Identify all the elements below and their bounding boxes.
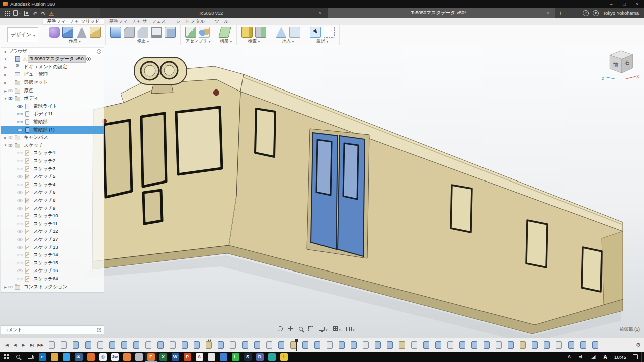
browser-tree-row[interactable]: スケッチ5 <box>1 173 104 181</box>
section-analysis-icon[interactable] <box>255 27 266 38</box>
taskbar-app-icon[interactable] <box>217 352 229 362</box>
timeline-feature-icon[interactable] <box>471 341 477 349</box>
browser-tree-row[interactable]: スケッチ1 <box>1 149 104 157</box>
modify-group-label[interactable]: 修正 <box>110 38 176 44</box>
taskbar-app-icon[interactable]: F <box>145 352 157 362</box>
expand-arrow-icon[interactable] <box>3 285 8 289</box>
expand-arrow-icon[interactable] <box>3 73 8 76</box>
shell-icon[interactable] <box>151 27 162 38</box>
visibility-eye-icon[interactable] <box>17 214 23 219</box>
volume-button[interactable] <box>575 352 587 362</box>
timeline-feature-icon[interactable] <box>254 341 260 349</box>
file-menu-icon[interactable] <box>13 10 18 16</box>
browser-tree-row[interactable]: スケッチ13 <box>1 243 104 251</box>
assemble-group-label[interactable]: アセンブリ <box>185 38 210 44</box>
taskbar-app-icon[interactable]: S <box>242 352 254 362</box>
browser-options-icon[interactable] <box>97 49 101 54</box>
browser-tree-row[interactable]: 原点 <box>1 86 104 95</box>
timeline-position-marker[interactable] <box>296 339 297 351</box>
taskbar-app-icon[interactable] <box>205 352 217 362</box>
timeline-feature-icon[interactable] <box>157 341 164 349</box>
visibility-eye-icon[interactable] <box>17 190 23 195</box>
decal-icon[interactable] <box>289 27 300 38</box>
visibility-eye-icon[interactable] <box>17 237 23 242</box>
extrude-icon[interactable] <box>62 27 73 38</box>
browser-tree-row[interactable]: スケッチ11 <box>1 220 104 228</box>
combine-icon[interactable] <box>165 27 176 38</box>
visibility-eye-icon[interactable] <box>17 221 23 226</box>
show-desktop-button[interactable] <box>641 352 644 362</box>
browser-tree-row[interactable]: コンストラクション <box>1 283 104 291</box>
search-button[interactable] <box>12 352 24 362</box>
browser-tree-row[interactable]: ボディ <box>1 95 104 103</box>
side-window-2[interactable] <box>526 220 547 267</box>
visibility-eye-icon[interactable] <box>17 268 23 274</box>
create-group-label[interactable]: 作成 <box>49 38 101 44</box>
help-icon[interactable] <box>583 10 589 16</box>
timeline-feature-icon[interactable] <box>327 341 333 349</box>
taskbar-app-icon[interactable] <box>133 352 145 362</box>
measure-icon[interactable] <box>242 27 253 38</box>
action-center-button[interactable] <box>629 352 641 362</box>
browser-tree-row[interactable]: 前頭部 (1) <box>1 126 104 134</box>
timeline-step-back-button[interactable] <box>11 343 19 347</box>
browser-tree-row[interactable]: スケッチ6 <box>1 189 104 197</box>
browser-tree-row[interactable]: ボディ11 <box>1 110 104 118</box>
browser-tree-row[interactable]: 電球ライト <box>1 103 104 111</box>
ribbon-tab[interactable]: 基準フィーチャ サーフェス <box>104 18 171 25</box>
timeline-feature-icon[interactable] <box>339 341 345 349</box>
cab-side-window[interactable] <box>255 109 275 157</box>
timeline-feature-icon[interactable] <box>170 341 176 349</box>
browser-tree-row[interactable]: スケッチ16 <box>1 267 104 275</box>
visibility-eye-icon[interactable] <box>17 276 23 281</box>
grid-settings-icon[interactable] <box>333 324 341 333</box>
taskbar-app-icon[interactable]: W <box>169 352 181 362</box>
browser-tree-row[interactable]: スケッチ27 <box>1 236 104 244</box>
browser-tree-row[interactable]: キャンバス <box>1 134 104 142</box>
timeline-feature-icon[interactable] <box>121 341 127 349</box>
browser-tree-row[interactable]: スケッチ <box>1 142 104 150</box>
orbit-icon[interactable] <box>278 326 283 331</box>
construct-group-label[interactable]: 構築 <box>220 38 232 44</box>
browser-tree-row[interactable]: スケッチ64 <box>1 275 104 283</box>
taskbar-app-icon[interactable]: e <box>36 352 48 362</box>
taskbar-app-icon[interactable]: L <box>229 352 242 362</box>
timeline-feature-icon[interactable] <box>520 341 526 349</box>
timeline-feature-icon[interactable] <box>447 341 453 349</box>
timeline-feature-icon[interactable] <box>230 341 236 349</box>
timeline-feature-icon[interactable] <box>363 341 369 349</box>
redo-icon[interactable] <box>41 9 45 18</box>
expand-arrow-icon[interactable] <box>3 89 8 93</box>
undo-icon[interactable] <box>33 9 37 18</box>
insert-mesh-icon[interactable] <box>276 27 287 38</box>
select-group-label[interactable]: 選択 <box>310 38 335 44</box>
activate-radio-icon[interactable] <box>86 57 91 61</box>
select-cursor-icon[interactable] <box>310 27 321 38</box>
door-window-right[interactable] <box>343 143 358 199</box>
expand-arrow-icon[interactable] <box>3 136 8 139</box>
fit-icon[interactable] <box>308 326 313 331</box>
timeline-feature-icon[interactable] <box>218 341 224 349</box>
new-body-icon[interactable] <box>90 27 101 38</box>
timeline-skip-end-button[interactable] <box>37 343 44 347</box>
start-button[interactable] <box>0 352 12 362</box>
timeline-strip[interactable] <box>47 338 633 352</box>
view-cube[interactable]: 前 右 Z X <box>600 48 642 85</box>
timeline-feature-icon[interactable] <box>145 341 151 349</box>
timeline-feature-icon[interactable] <box>592 341 598 349</box>
browser-tree-row[interactable]: スケッチ10 <box>1 212 104 220</box>
close-tab-icon[interactable] <box>317 10 324 16</box>
network-button[interactable] <box>587 352 599 362</box>
timeline-feature-icon[interactable] <box>411 341 417 349</box>
comment-options-icon[interactable] <box>97 328 101 332</box>
visibility-eye-icon[interactable] <box>17 159 23 164</box>
warning-icon[interactable] <box>49 9 54 18</box>
joint-icon[interactable] <box>199 27 210 38</box>
timeline-feature-icon[interactable] <box>544 341 550 349</box>
username-label[interactable]: Tokyo Yokohama <box>603 10 639 16</box>
ribbon-tab[interactable]: 基準フィーチャ ソリッド <box>42 18 104 25</box>
timeline-feature-icon[interactable] <box>556 341 562 349</box>
taskbar-clock[interactable]: 18:45 <box>611 352 629 362</box>
zoom-icon[interactable] <box>299 327 303 331</box>
browser-tree-row[interactable]: スケッチ15 <box>1 259 104 267</box>
